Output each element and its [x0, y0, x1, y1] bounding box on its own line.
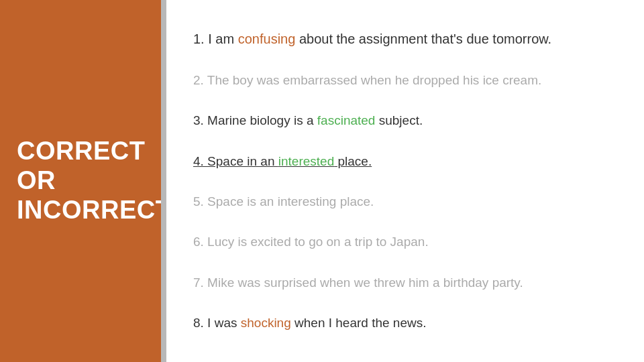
sentence-3: 3. Marine biology is a fascinated subjec…: [193, 111, 620, 130]
highlight-fascinated: fascinated: [317, 113, 376, 127]
divider: [161, 0, 166, 362]
sentence-7: 7. Mike was surprised when we threw him …: [193, 274, 620, 292]
right-panel: 1. I am confusing about the assignment t…: [166, 0, 644, 362]
highlight-shocking: shocking: [241, 316, 291, 330]
sentence-5: 5. Space is an interesting place.: [193, 192, 620, 211]
sentence-1: 1. I am confusing about the assignment t…: [193, 29, 620, 49]
sentence-6: 6. Lucy is excited to go on a trip to Ja…: [193, 233, 620, 251]
highlight-interested: interested: [278, 154, 334, 168]
sentence-2: 2. The boy was embarrassed when he dropp…: [193, 71, 620, 90]
highlight-confusing: confusing: [238, 32, 296, 46]
sentence-8: 8. I was shocking when I heard the news.: [193, 314, 620, 333]
sentence-4: 4. Space in an interested place.: [193, 152, 620, 171]
left-panel: CORRECT OR INCORRECT?: [0, 0, 161, 362]
